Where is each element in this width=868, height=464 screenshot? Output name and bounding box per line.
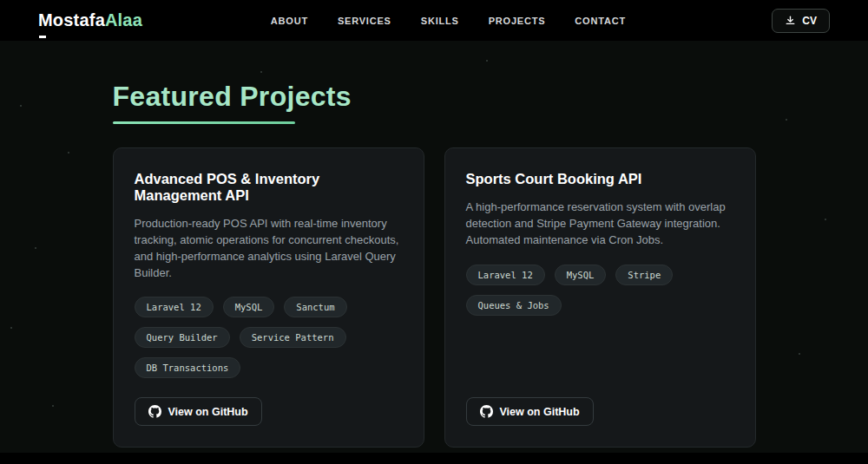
tech-tag: Service Pattern	[240, 327, 346, 348]
cv-button-label: CV	[802, 15, 817, 27]
tech-tag: Laravel 12	[135, 297, 214, 317]
footer-strip	[0, 453, 868, 464]
logo-last-name: Alaa	[105, 10, 142, 29]
nav-link-about[interactable]: ABOUT	[271, 16, 308, 26]
section-title: Featured Projects	[113, 81, 756, 113]
github-button-label: View on GitHub	[168, 406, 248, 418]
project-card-pos-inventory: Advanced POS & Inventory Management API …	[113, 147, 424, 448]
project-description: Production-ready POS API with real-time …	[135, 216, 403, 281]
project-card-court-booking: Sports Court Booking API A high-performa…	[444, 147, 756, 448]
download-icon	[785, 15, 796, 26]
tech-tag: Queues & Jobs	[466, 295, 562, 316]
star-speck	[825, 219, 826, 220]
github-button-label: View on GitHub	[500, 406, 580, 418]
tech-tag: MySQL	[555, 265, 607, 285]
tech-tags: Laravel 12 MySQL Sanctum Query Builder S…	[135, 297, 403, 378]
star-speck	[35, 247, 36, 249]
tech-tag: Query Builder	[135, 327, 230, 348]
tech-tag: Stripe	[615, 265, 673, 285]
nav-link-services[interactable]: SERVICES	[338, 16, 391, 26]
project-title: Sports Court Booking API	[466, 171, 734, 187]
star-speck	[10, 327, 12, 329]
nav-link-projects[interactable]: PROJECTS	[489, 16, 546, 26]
github-icon	[480, 405, 493, 418]
nav-link-skills[interactable]: SKILLS	[421, 16, 459, 26]
star-speck	[786, 119, 787, 121]
tech-tag: Laravel 12	[466, 265, 545, 285]
logo-typing-cursor	[39, 36, 46, 38]
github-icon	[148, 405, 161, 418]
project-description: A high-performance reservation system wi…	[466, 199, 734, 249]
tech-tags: Laravel 12 MySQL Stripe Queues & Jobs	[466, 265, 734, 316]
logo-first-name: Mostafa	[38, 10, 105, 29]
navbar: MostafaAlaa ABOUT SERVICES SKILLS PROJEC…	[0, 0, 868, 41]
tech-tag: DB Transactions	[135, 357, 241, 378]
projects-section: Featured Projects Advanced POS & Invento…	[0, 41, 868, 453]
tech-tag: MySQL	[223, 297, 275, 317]
nav-link-contact[interactable]: CONTACT	[575, 16, 626, 26]
cv-download-button[interactable]: CV	[772, 9, 830, 33]
project-cards: Advanced POS & Inventory Management API …	[113, 147, 756, 448]
section-title-underline	[113, 121, 295, 124]
star-speck	[52, 405, 54, 407]
star-speck	[20, 105, 22, 107]
star-speck	[68, 152, 69, 154]
view-on-github-button[interactable]: View on GitHub	[466, 397, 594, 426]
main-navigation: ABOUT SERVICES SKILLS PROJECTS CONTACT	[271, 16, 626, 26]
view-on-github-button[interactable]: View on GitHub	[135, 397, 262, 426]
site-logo[interactable]: MostafaAlaa	[38, 10, 142, 30]
tech-tag: Sanctum	[284, 297, 346, 317]
star-speck	[799, 353, 800, 355]
project-title: Advanced POS & Inventory Management API	[135, 171, 403, 204]
